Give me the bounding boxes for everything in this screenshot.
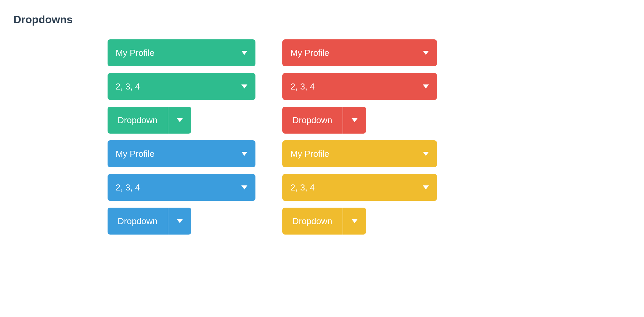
chevron-down-icon [177,219,183,223]
green-dropdown-arrow-btn[interactable] [168,107,191,134]
red-dropdown-split: Dropdown [282,107,366,134]
yellow-my-profile-label: My Profile [290,149,329,159]
red-dropdown-text: Dropdown [292,115,332,126]
red-dropdown-arrow-btn[interactable] [343,107,366,134]
red-234-dropdown[interactable]: 2, 3, 4 [282,73,437,100]
chevron-down-icon [352,118,358,122]
chevron-down-icon [423,51,429,55]
yellow-dropdown-split: Dropdown [282,208,366,235]
chevron-down-icon [241,51,247,55]
red-my-profile-dropdown[interactable]: My Profile [282,39,437,66]
green-dropdown-label-btn[interactable]: Dropdown [108,107,168,134]
yellow-dropdown-label-btn[interactable]: Dropdown [282,208,343,235]
green-dropdown-text: Dropdown [118,115,158,126]
green-234-label: 2, 3, 4 [116,81,140,92]
yellow-234-dropdown[interactable]: 2, 3, 4 [282,174,437,201]
left-column: My Profile 2, 3, 4 Dropdown My Profile 2… [108,39,255,235]
chevron-down-icon [241,185,247,189]
green-my-profile-label: My Profile [116,48,155,58]
red-my-profile-label: My Profile [290,48,329,58]
green-dropdown-split: Dropdown [108,107,191,134]
red-234-label: 2, 3, 4 [290,81,315,92]
blue-234-label: 2, 3, 4 [116,182,140,193]
green-234-dropdown[interactable]: 2, 3, 4 [108,73,255,100]
yellow-dropdown-arrow-btn[interactable] [343,208,366,235]
blue-dropdown-label-btn[interactable]: Dropdown [108,208,168,235]
page-title: Dropdowns [13,13,631,26]
red-dropdown-label-btn[interactable]: Dropdown [282,107,343,134]
yellow-my-profile-dropdown[interactable]: My Profile [282,140,437,167]
main-content: My Profile 2, 3, 4 Dropdown My Profile 2… [13,39,631,235]
blue-my-profile-label: My Profile [116,149,155,159]
blue-dropdown-arrow-btn[interactable] [168,208,191,235]
yellow-dropdown-text: Dropdown [292,216,332,226]
blue-my-profile-dropdown[interactable]: My Profile [108,140,255,167]
chevron-down-icon [423,84,429,89]
blue-dropdown-text: Dropdown [118,216,158,226]
chevron-down-icon [352,219,358,223]
chevron-down-icon [423,152,429,156]
chevron-down-icon [177,118,183,122]
chevron-down-icon [423,185,429,189]
blue-234-dropdown[interactable]: 2, 3, 4 [108,174,255,201]
yellow-234-label: 2, 3, 4 [290,182,315,193]
right-column: My Profile 2, 3, 4 Dropdown My Profile 2… [282,39,437,235]
chevron-down-icon [241,84,247,89]
chevron-down-icon [241,152,247,156]
blue-dropdown-split: Dropdown [108,208,191,235]
green-my-profile-dropdown[interactable]: My Profile [108,39,255,66]
